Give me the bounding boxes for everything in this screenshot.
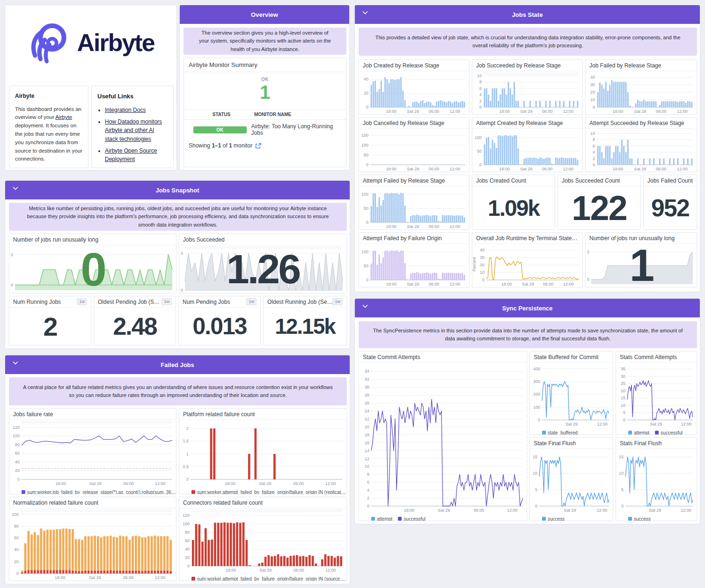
open-source-deployment-link[interactable]: Airbyte Open Source Deployment	[105, 147, 157, 163]
svg-text:400: 400	[533, 367, 540, 371]
jobs-failure-rate-chart[interactable]: 02040608010012018:00Sat 2906:0012:00sum:…	[9, 420, 176, 494]
platform-failure-chart[interactable]: 00.511.5218:00Sat 2906:0012:00sum:worker…	[179, 420, 346, 494]
overview-header[interactable]: Overview	[180, 5, 349, 24]
attempt-failed-origin-chart[interactable]: 05010018:00Sat 2906:0012:00	[359, 244, 469, 287]
jobs-state-note: This provides a detailed view of job sta…	[359, 28, 697, 56]
svg-text:0: 0	[366, 220, 368, 225]
widget-job-cancelled: Job Cancelled by Release Stage 050100150…	[359, 117, 470, 172]
status-badge: OK	[193, 126, 247, 133]
integration-docs-link[interactable]: Integration Docs	[105, 107, 146, 113]
stats-final-flush-chart[interactable]: 051015Sat 2912:00success	[616, 449, 697, 521]
jobs-snapshot-note: Metrics like number of persisting jobs, …	[9, 203, 347, 231]
about-text: This dashboard provides an overview of y…	[15, 105, 82, 164]
unusually-long-chart[interactable]: 02	[586, 244, 697, 287]
snapshot-jobs-succeeded-chart[interactable]: 04	[179, 245, 346, 293]
chevron-down-icon[interactable]	[13, 361, 18, 365]
widget-attempt-succeeded: Attempt Succeeded by Release Stage 02468…	[585, 117, 697, 172]
svg-text:18:00: 18:00	[386, 282, 397, 287]
failed-jobs-header[interactable]: Failed Jobs	[5, 355, 350, 374]
svg-text:200: 200	[533, 392, 540, 397]
widget-jobs-created-count: Jobs Created Count 1.09k	[472, 175, 555, 230]
chart-legend[interactable]: state_buffered	[530, 429, 613, 434]
svg-text:10: 10	[590, 97, 595, 102]
widget-num-pending-jobs: Num Pending Jobs1w 0.013	[178, 296, 261, 345]
svg-text:0: 0	[621, 504, 624, 508]
state-final-flush-chart[interactable]: 051015Sat 2912:00success	[530, 449, 613, 521]
monitor-row[interactable]: OK Airbyte: Too Many Long-Running Jobs	[184, 120, 346, 140]
chart-legend[interactable]: attemptsuccessful	[616, 429, 697, 434]
svg-text:100: 100	[361, 250, 368, 254]
svg-text:Sat 29: Sat 29	[634, 167, 646, 171]
section-jobs-state: Jobs State This provides a detailed view…	[354, 5, 700, 292]
state-buffered-chart[interactable]: 0100200300400Sat 2912:00state_buffered	[530, 363, 613, 434]
chevron-down-icon[interactable]	[13, 186, 18, 190]
snapshot-unusually-long-chart[interactable]: 02	[9, 245, 176, 293]
svg-text:34: 34	[365, 369, 369, 374]
attempt-succeeded-chart[interactable]: 024681018:00Sat 2906:0012:00	[586, 129, 697, 172]
external-link-icon[interactable]	[255, 143, 261, 149]
widget-title: Jobs Succeeded Count	[562, 177, 620, 184]
attempt-failed-release-chart[interactable]: 05010018:00Sat 2906:0012:00	[359, 186, 469, 229]
svg-text:06:00: 06:00	[294, 568, 304, 573]
widget-jobs-failed-count: Jobs Failed Count 952	[643, 175, 697, 230]
sync-persistence-header[interactable]: Sync Persistence	[355, 299, 700, 317]
list-item: How Datadog monitors Airbyte and other A…	[105, 118, 168, 144]
job-cancelled-chart[interactable]: 05010015018:00Sat 2906:0012:00	[359, 129, 469, 172]
airbyte-link[interactable]: Airbyte	[55, 114, 72, 120]
widget-title: Jobs failure rate	[13, 411, 53, 418]
svg-text:Sat 29: Sat 29	[520, 167, 532, 171]
monitor-name-link[interactable]: Airbyte: Too Many Long-Running Jobs	[251, 123, 341, 136]
chart-legend[interactable]: success	[530, 515, 613, 521]
chevron-down-icon[interactable]	[362, 304, 368, 308]
svg-text:22: 22	[365, 417, 369, 421]
jobs-created-count-value: 1.09k	[488, 195, 539, 221]
job-succeeded-chart[interactable]: 024681018:00Sat 2906:0012:00	[472, 71, 582, 114]
timeframe-badge: 1w	[332, 298, 343, 305]
widget-title: State Buffered for Commit	[534, 354, 599, 360]
widget-attempt-created: Attempt Created by Release Stage 0501001…	[472, 117, 583, 172]
jobs-snapshot-header[interactable]: Jobs Snapshot	[5, 181, 350, 199]
svg-text:18:00: 18:00	[613, 167, 624, 171]
svg-text:18:00: 18:00	[404, 508, 415, 513]
svg-text:300: 300	[533, 379, 540, 384]
svg-text:20: 20	[480, 263, 485, 267]
svg-text:0: 0	[479, 162, 482, 167]
chart-legend[interactable]: sum:worker.attempt_failed_by_failure_ori…	[179, 575, 346, 581]
job-failed-chart[interactable]: 01020304018:00Sat 2906:0012:00	[586, 71, 697, 114]
svg-text:12:00: 12:00	[677, 167, 688, 171]
connectors-failure-chart[interactable]: 02040608010012018:00Sat 2906:0012:00sum:…	[179, 508, 346, 581]
widget-title: Platform related failure count	[183, 411, 255, 418]
stats-commit-attempts-chart[interactable]: 05101520253035Sat 2912:00attemptsuccessf…	[616, 363, 697, 434]
svg-text:Sat 29: Sat 29	[407, 282, 419, 287]
jobs-state-header[interactable]: Jobs State	[355, 5, 700, 24]
svg-text:0: 0	[186, 477, 189, 482]
attempt-created-chart[interactable]: 05010018:00Sat 2906:0012:00	[472, 129, 582, 172]
airbyte-logo: Airbyte	[5, 20, 176, 65]
svg-text:Sat 29: Sat 29	[565, 422, 578, 426]
job-created-chart[interactable]: 0204018:00Sat 2906:0012:00	[359, 71, 469, 114]
chevron-down-icon[interactable]	[362, 11, 368, 15]
normalization-failure-chart[interactable]: 02040608010018:00Sat 2906:0012:00	[9, 508, 176, 581]
about-card: Airbyte This dashboard provides an overv…	[9, 86, 88, 168]
timeframe-badge: 1w	[77, 298, 87, 305]
svg-text:40: 40	[364, 77, 368, 81]
widget-title: Job Succeeded by Release Stage	[476, 62, 561, 69]
svg-text:18:00: 18:00	[499, 167, 510, 171]
svg-text:0: 0	[593, 105, 595, 110]
chart-legend[interactable]: attemptsuccessful	[359, 515, 527, 521]
svg-text:06:00: 06:00	[429, 282, 440, 287]
chart-legend[interactable]: sum:worker.job_failed_by_release_stage(*…	[9, 488, 176, 494]
svg-text:40: 40	[480, 248, 485, 252]
widget-job-created: Job Created by Release Stage 0204018:00S…	[359, 59, 470, 115]
svg-text:120: 120	[183, 513, 190, 518]
chart-legend[interactable]: sum:worker.attempt_failed_by_failure_ori…	[179, 488, 346, 494]
svg-text:18:00: 18:00	[499, 109, 510, 114]
overall-runtime-chart[interactable]: 01020304018:00Sat 2906:0012:00Percent	[472, 244, 582, 287]
svg-text:06:00: 06:00	[429, 109, 440, 114]
jobs-succeeded-count-value: 122	[572, 188, 626, 228]
state-commit-attempts-chart[interactable]: 024681012141618202224262830323418:00Sat …	[359, 363, 527, 521]
svg-text:100: 100	[183, 522, 190, 526]
chart-legend[interactable]: success	[616, 515, 697, 521]
svg-text:15: 15	[533, 455, 537, 459]
datadog-monitors-link[interactable]: How Datadog monitors Airbyte and other A…	[105, 118, 162, 142]
